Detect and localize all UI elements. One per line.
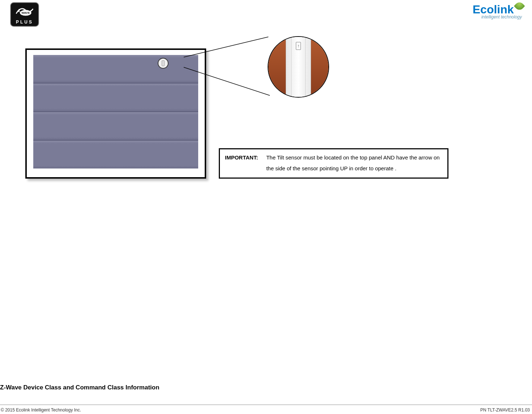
- svg-text:Z: Z: [18, 9, 21, 13]
- footer-copyright: © 2015 Ecolink Intelligent Technology In…: [1, 407, 81, 413]
- important-text: The Tilt sensor must be located on the t…: [266, 152, 440, 174]
- garage-panel: [33, 112, 198, 141]
- leaf-icon: [514, 0, 525, 12]
- footer-part-number: PN TLT-ZWAVE2.5 R1.03: [480, 407, 530, 413]
- garage-door: [33, 55, 198, 168]
- ecolink-logo: Ecolink intelligent technology: [473, 4, 522, 20]
- section-heading: Z-Wave Device Class and Command Class In…: [0, 384, 159, 391]
- garage-panel: [33, 84, 198, 112]
- garage-panel: [33, 141, 198, 168]
- zwave-plus-badge: WAVE Z PLUS: [10, 2, 39, 27]
- sensor-zoom-detail: ↑: [268, 36, 329, 98]
- zwave-icon: WAVE Z: [11, 3, 38, 20]
- svg-text:WAVE: WAVE: [21, 11, 30, 14]
- up-arrow-icon: ↑: [296, 42, 301, 50]
- garage-panel: [33, 55, 198, 84]
- garage-door-illustration: [25, 48, 206, 179]
- zwave-plus-label: PLUS: [16, 20, 33, 25]
- ecolink-name: Ecolink: [473, 4, 514, 15]
- page-footer: © 2015 Ecolink Intelligent Technology In…: [0, 405, 532, 413]
- important-label: IMPORTANT:: [225, 152, 265, 163]
- important-note-box: IMPORTANT: The Tilt sensor must be locat…: [219, 148, 448, 179]
- sensor-marker-icon: [158, 58, 169, 69]
